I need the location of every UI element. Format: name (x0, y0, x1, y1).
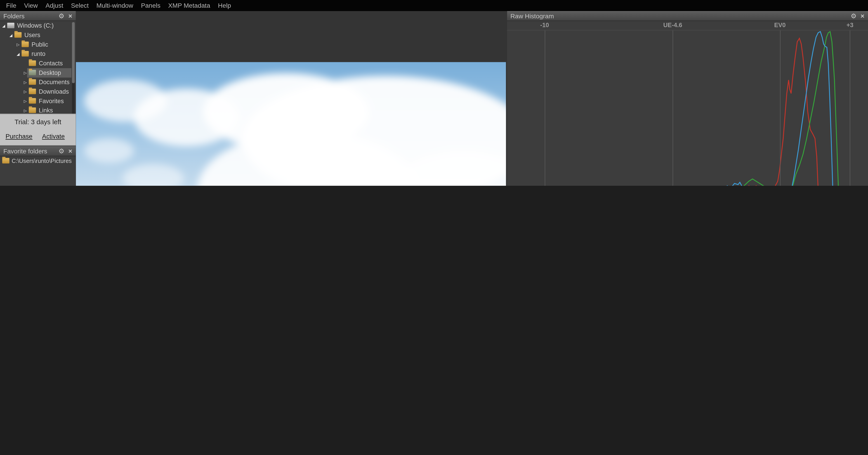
folder-icon (29, 79, 36, 85)
histogram-tick-ev0: EV0 (774, 22, 786, 28)
tree-item-label: Downloads (39, 88, 69, 94)
histogram-curve-blue (507, 32, 868, 186)
folder-open-icon (29, 70, 36, 75)
gear-icon[interactable]: ⚙ (849, 12, 858, 20)
tree-item-label: Favorites (39, 97, 64, 104)
folders-panel-title: Folders (0, 13, 57, 19)
menu-item-xmp-metadata[interactable]: XMP Metadata (164, 0, 214, 11)
tree-item-windows-c-[interactable]: ◢Windows (C:) (0, 21, 76, 31)
tree-item-label: Public (32, 41, 48, 48)
tree-item-documents[interactable]: ▷Documents (0, 78, 76, 87)
histogram-gridline (780, 31, 780, 186)
folders-panel-header: Folders ⚙ × (0, 11, 76, 21)
folder-icon (2, 158, 9, 163)
histogram-tick-ue-46: UE-4.6 (663, 22, 682, 28)
favorite-folders-panel: Favorite folders ⚙ × C:\Users\runto\Pict… (0, 146, 76, 186)
purchase-link[interactable]: Purchase (5, 133, 32, 140)
folder-icon (22, 51, 29, 56)
fastrawviewer-window: FileViewAdjustSelectMulti-windowPanelsXM… (0, 0, 868, 186)
favorite-folders-title: Favorite folders (0, 148, 57, 154)
tree-item-contacts[interactable]: Contacts (0, 59, 76, 68)
raw-histogram-panel: Raw Histogram ⚙ × -10UE-4.6EV0+3 (507, 11, 868, 186)
expanded-arrow-icon[interactable]: ◢ (9, 33, 12, 37)
tree-item-label: Desktop (39, 69, 61, 76)
histogram-tick--10: -10 (540, 22, 549, 28)
tree-item-public[interactable]: ▷Public (0, 40, 76, 49)
image-canvas[interactable] (76, 11, 507, 186)
tree-item-downloads[interactable]: ▷Downloads (0, 87, 76, 96)
menu-item-select[interactable]: Select (67, 0, 93, 11)
tree-item-favorites[interactable]: ▷Favorites (0, 96, 76, 106)
collapsed-arrow-icon[interactable]: ▷ (24, 80, 27, 84)
close-icon[interactable]: × (858, 12, 867, 20)
folders-scrollbar[interactable] (72, 22, 74, 123)
trial-banner: Trial: 3 days left Purchase Activate (0, 114, 76, 146)
raw-histogram-header: Raw Histogram ⚙ × (507, 11, 868, 21)
folders-panel: Folders ⚙ × ◢Windows (C:)◢Users▷Public◢r… (0, 11, 76, 125)
tree-item-label: Documents (39, 79, 69, 85)
collapsed-arrow-icon[interactable]: ▷ (24, 90, 27, 94)
collapsed-arrow-icon[interactable]: ▷ (24, 109, 27, 112)
histogram-gridline (545, 31, 545, 186)
menu-item-adjust[interactable]: Adjust (41, 0, 67, 11)
folder-icon (29, 89, 36, 94)
tree-item-label: runto (32, 51, 45, 57)
expanded-arrow-icon[interactable]: ◢ (2, 24, 5, 28)
activate-link[interactable]: Activate (42, 133, 65, 140)
gear-icon[interactable]: ⚙ (57, 12, 66, 20)
menu-item-help[interactable]: Help (214, 0, 235, 11)
histogram-plot (507, 30, 868, 186)
favorite-folders-list: C:\Users\runto\Pictures (0, 157, 76, 166)
histogram-axis-ticks: -10UE-4.6EV0+3 (507, 21, 868, 30)
menu-item-multi-window[interactable]: Multi-window (92, 0, 137, 11)
photo-a7m01251 (76, 62, 506, 186)
tree-item-runto[interactable]: ◢runto (0, 49, 76, 59)
folder-icon (29, 98, 36, 104)
tree-item-label: Links (39, 107, 53, 114)
folder-icon (22, 41, 29, 47)
collapsed-arrow-icon[interactable]: ▷ (24, 71, 27, 75)
favorite-folder-path: C:\Users\runto\Pictures (11, 158, 72, 164)
menu-item-panels[interactable]: Panels (137, 0, 164, 11)
menu-item-file[interactable]: File (2, 0, 20, 11)
tree-item-label: Users (24, 32, 40, 38)
tree-item-users[interactable]: ◢Users (0, 31, 76, 40)
expanded-arrow-icon[interactable]: ◢ (17, 52, 20, 56)
histogram-curve-red (507, 38, 868, 186)
folder-icon (14, 32, 22, 37)
trial-days-left: Trial: 3 days left (0, 118, 76, 126)
gear-icon[interactable]: ⚙ (57, 147, 66, 155)
histogram-tick-+3: +3 (846, 22, 854, 28)
folder-icon (29, 108, 36, 113)
close-icon[interactable]: × (66, 147, 74, 155)
folders-tree: ◢Windows (C:)◢Users▷Public◢runtoContacts… (0, 21, 76, 125)
favorite-folders-header: Favorite folders ⚙ × (0, 146, 76, 157)
raw-histogram-title: Raw Histogram (507, 13, 849, 19)
close-icon[interactable]: × (66, 12, 74, 20)
favorite-folder-item[interactable]: C:\Users\runto\Pictures (0, 157, 76, 166)
tree-item-desktop[interactable]: ▷Desktop (0, 68, 76, 78)
collapsed-arrow-icon[interactable]: ▷ (24, 99, 27, 103)
tree-item-label: Contacts (39, 60, 63, 66)
histogram-gridline (850, 31, 850, 186)
tree-item-label: Windows (C:) (17, 22, 54, 29)
collapsed-arrow-icon[interactable]: ▷ (17, 43, 20, 47)
menu-bar: FileViewAdjustSelectMulti-windowPanelsXM… (0, 0, 868, 11)
histogram-curve-green (507, 32, 868, 186)
menu-item-view[interactable]: View (20, 0, 41, 11)
drive-icon (7, 23, 14, 28)
histogram-gridline (673, 31, 673, 186)
folder-icon (29, 60, 36, 66)
